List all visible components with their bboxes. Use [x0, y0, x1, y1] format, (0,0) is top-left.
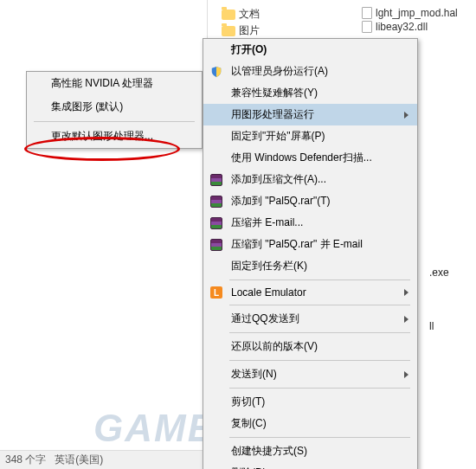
menu-item-24[interactable]: 删除(D): [203, 462, 417, 469]
menu-item-7[interactable]: 添加到 "Pal5Q.rar"(T): [203, 190, 417, 212]
menu-item-8[interactable]: 压缩并 E-mail...: [203, 212, 417, 234]
background-files: lght_jmp_mod.hal libeay32.dll: [362, 7, 458, 35]
file-icon: [362, 7, 372, 19]
menu-item-20[interactable]: 剪切(T): [203, 391, 417, 413]
submenu-label: 集成图形 (默认): [51, 100, 123, 112]
winrar-icon: [209, 195, 223, 209]
menu-item-10[interactable]: 固定到任务栏(K): [203, 255, 417, 277]
menu-separator: [229, 305, 410, 305]
submenu-label: 更改默认图形处理器...: [51, 130, 153, 142]
menu-item-16[interactable]: 还原以前的版本(V): [203, 336, 417, 357]
folder-item[interactable]: 文档: [222, 7, 260, 22]
folder-label: 图片: [239, 23, 260, 38]
folder-icon: [222, 26, 235, 36]
submenu-separator: [34, 121, 195, 122]
menu-item-21[interactable]: 复制(C): [203, 413, 417, 434]
menu-item-label: 打开(O): [231, 42, 267, 57]
menu-item-5[interactable]: 使用 Windows Defender扫描...: [203, 147, 417, 169]
menu-item-label: 复制(C): [231, 416, 267, 431]
menu-item-label: 创建快捷方式(S): [231, 444, 307, 459]
menu-item-label: 添加到压缩文件(A)...: [231, 172, 326, 187]
winrar-icon: [209, 173, 223, 187]
menu-item-label: 发送到(N): [231, 367, 277, 382]
menu-item-label: 通过QQ发送到: [231, 312, 299, 326]
L-icon: L: [209, 286, 223, 299]
menu-item-label: 使用 Windows Defender扫描...: [231, 151, 372, 165]
menu-item-18[interactable]: 发送到(N): [203, 363, 417, 385]
submenu-item-change-default[interactable]: 更改默认图形处理器...: [27, 125, 202, 148]
menu-item-14[interactable]: 通过QQ发送到: [203, 308, 417, 330]
folder-label: 文档: [239, 7, 260, 22]
menu-separator: [229, 360, 410, 361]
menu-item-label: 固定到任务栏(K): [231, 259, 307, 273]
menu-item-6[interactable]: 添加到压缩文件(A)...: [203, 169, 417, 190]
menu-separator: [229, 437, 410, 438]
submenu-item-integrated[interactable]: 集成图形 (默认): [27, 95, 202, 119]
winrar-icon: [209, 238, 223, 252]
menu-item-label: 剪切(T): [231, 395, 265, 409]
menu-item-label: 用图形处理器运行: [231, 107, 314, 122]
menu-item-label: 还原以前的版本(V): [231, 339, 318, 354]
menu-item-label: 以管理员身份运行(A): [231, 64, 328, 79]
status-chars: 348 个字: [5, 453, 46, 467]
gpu-submenu: 高性能 NVIDIA 处理器 集成图形 (默认) 更改默认图形处理器...: [26, 71, 203, 149]
folder-icon: [222, 10, 235, 20]
menu-separator: [229, 388, 410, 389]
menu-item-label: 压缩到 "Pal5Q.rar" 并 E-mail: [231, 237, 363, 252]
status-lang: 英语(美国): [55, 453, 103, 467]
file-item[interactable]: lght_jmp_mod.hal: [362, 7, 458, 19]
bg-ext-exe: .exe: [429, 267, 449, 279]
bg-ext-ll: ll: [429, 320, 434, 332]
menu-separator: [229, 279, 410, 280]
background-folders: 文档 图片: [222, 7, 260, 40]
menu-item-1[interactable]: 以管理员身份运行(A): [203, 61, 417, 82]
submenu-label: 高性能 NVIDIA 处理器: [51, 77, 153, 89]
menu-item-23[interactable]: 创建快捷方式(S): [203, 440, 417, 462]
menu-item-label: 兼容性疑难解答(Y): [231, 86, 318, 100]
menu-item-label: 固定到"开始"屏幕(P): [231, 129, 325, 144]
file-icon: [362, 21, 372, 33]
menu-item-2[interactable]: 兼容性疑难解答(Y): [203, 82, 417, 104]
menu-item-0[interactable]: 打开(O): [203, 39, 417, 61]
submenu-item-nvidia[interactable]: 高性能 NVIDIA 处理器: [27, 72, 202, 95]
file-label: lght_jmp_mod.hal: [376, 7, 458, 19]
menu-item-label: 压缩并 E-mail...: [231, 215, 303, 230]
context-menu: 打开(O)以管理员身份运行(A)兼容性疑难解答(Y)用图形处理器运行固定到"开始…: [203, 38, 418, 469]
status-bar: 348 个字 英语(美国): [0, 450, 208, 469]
folder-item[interactable]: 图片: [222, 23, 260, 38]
menu-item-9[interactable]: 压缩到 "Pal5Q.rar" 并 E-mail: [203, 234, 417, 255]
file-label: libeay32.dll: [376, 21, 428, 33]
winrar-icon: [209, 216, 223, 230]
file-item[interactable]: libeay32.dll: [362, 21, 458, 33]
menu-item-label: Locale Emulator: [231, 286, 306, 299]
menu-item-3[interactable]: 用图形处理器运行: [203, 104, 417, 125]
menu-separator: [229, 332, 410, 333]
menu-item-12[interactable]: LLocale Emulator: [203, 283, 417, 302]
menu-item-label: 添加到 "Pal5Q.rar"(T): [231, 194, 331, 209]
shield-icon: [209, 65, 223, 79]
menu-item-4[interactable]: 固定到"开始"屏幕(P): [203, 125, 417, 147]
menu-item-label: 删除(D): [231, 466, 267, 469]
